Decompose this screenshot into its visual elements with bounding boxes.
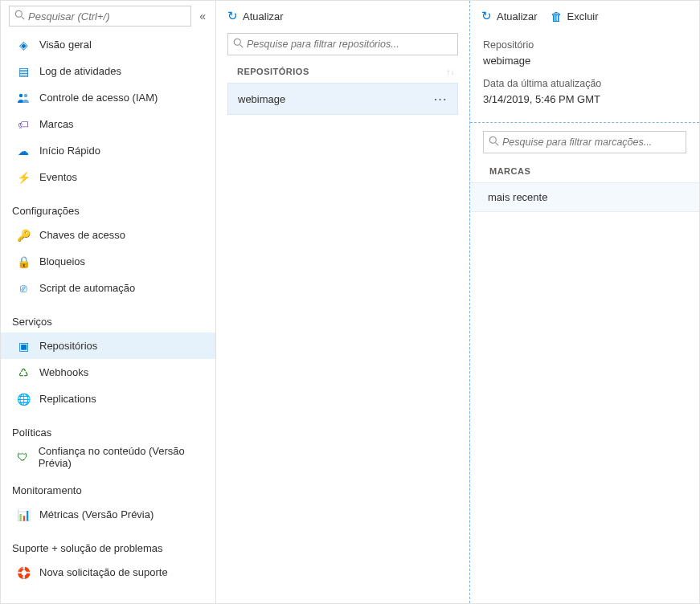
delete-icon: 🗑 (551, 10, 563, 23)
repository-name: webimage (238, 93, 285, 105)
svg-point-3 (24, 93, 27, 96)
nav-label: Confiança no conteúdo (Versão Prévia) (39, 445, 206, 469)
nav-new-support-request[interactable]: 🛟 Nova solicitação de suporte (1, 559, 215, 586)
sidebar-search-box[interactable] (9, 6, 191, 27)
repositories-list-header[interactable]: REPOSITÓRIOS ↑↓ (216, 62, 469, 83)
sort-icon[interactable]: ↑↓ (446, 67, 455, 76)
sidebar-nav-monitoring: 📊 Métricas (Versão Prévia) (1, 501, 215, 528)
detail-toolbar: ↻ Atualizar 🗑 Excluir (470, 2, 699, 33)
sidebar-nav-policies: 🛡 Confiança no conteúdo (Versão Prévia) (1, 443, 215, 470)
svg-point-6 (489, 137, 496, 143)
detail-refresh-button[interactable]: ↻ Atualizar (481, 9, 538, 23)
repository-meta: Repositório webimage Data da última atua… (470, 33, 699, 119)
section-title-policies: Políticas (1, 412, 215, 443)
nav-label: Marcas (39, 118, 74, 130)
meta-updated-value: 3/14/2019, 5:46 PM GMT (483, 92, 686, 108)
quickstart-icon: ☁ (17, 145, 30, 157)
nav-label: Log de atividades (39, 65, 121, 77)
repositories-search-box[interactable] (227, 33, 458, 55)
nav-label: Visão geral (39, 39, 92, 51)
nav-label: Eventos (39, 171, 77, 183)
divider (470, 122, 699, 123)
collapse-sidebar-button[interactable]: « (196, 8, 209, 24)
more-actions-button[interactable]: ··· (434, 93, 448, 105)
tags-icon: 🏷 (17, 118, 30, 131)
repositories-toolbar: ↻ Atualizar (216, 2, 469, 33)
nav-repositories[interactable]: ▣ Repositórios (1, 333, 215, 359)
nav-content-trust[interactable]: 🛡 Confiança no conteúdo (Versão Prévia) (1, 443, 215, 470)
refresh-label: Atualizar (243, 10, 284, 22)
meta-repo-value: webimage (483, 53, 686, 69)
search-icon (14, 10, 25, 22)
sidebar-search-row: « (1, 6, 215, 31)
meta-repo-label: Repositório (483, 38, 686, 53)
sidebar-search-input[interactable] (28, 10, 186, 22)
events-icon: ⚡ (17, 171, 30, 184)
nav-webhooks[interactable]: ♺ Webhooks (1, 359, 215, 386)
keys-icon: 🔑 (17, 229, 30, 242)
nav-label: Controle de acesso (IAM) (39, 92, 158, 104)
meta-updated-label: Data da última atualização (483, 76, 686, 92)
activity-log-icon: ▤ (17, 65, 30, 78)
access-control-icon (17, 92, 30, 104)
tags-search-box[interactable] (483, 131, 686, 153)
nav-metrics[interactable]: 📊 Métricas (Versão Prévia) (1, 501, 215, 528)
nav-label: Webhooks (39, 366, 88, 378)
refresh-label: Atualizar (497, 10, 538, 22)
support-icon: 🛟 (17, 566, 30, 579)
nav-label: Repositórios (39, 340, 97, 352)
sidebar: « ◈ Visão geral ▤ Log de atividades Cont… (1, 1, 216, 603)
section-title-support: Suporte + solução de problemas (1, 528, 215, 559)
webhooks-icon: ♺ (17, 366, 30, 379)
repositories-header-label: REPOSITÓRIOS (237, 67, 309, 76)
refresh-button[interactable]: ↻ Atualizar (227, 9, 284, 23)
nav-access-keys[interactable]: 🔑 Chaves de acesso (1, 222, 215, 248)
metrics-icon: 📊 (17, 508, 30, 521)
replications-icon: 🌐 (17, 393, 30, 406)
svg-point-0 (15, 10, 22, 17)
repositories-panel: ↻ Atualizar REPOSITÓRIOS ↑↓ webimage ··· (216, 1, 470, 603)
repository-detail-panel: ↻ Atualizar 🗑 Excluir Repositório webima… (469, 1, 699, 603)
sidebar-nav-support: 🛟 Nova solicitação de suporte (1, 559, 215, 586)
repositories-icon: ▣ (17, 340, 30, 353)
detail-delete-button[interactable]: 🗑 Excluir (551, 10, 599, 23)
nav-automation-script[interactable]: ⎚ Script de automação (1, 275, 215, 301)
repositories-search-input[interactable] (247, 39, 452, 50)
sidebar-nav-settings: 🔑 Chaves de acesso 🔒 Bloqueios ⎚ Script … (1, 222, 215, 301)
nav-overview[interactable]: ◈ Visão geral (1, 31, 215, 58)
section-title-settings: Configurações (1, 190, 215, 222)
sidebar-nav-top: ◈ Visão geral ▤ Log de atividades Contro… (1, 31, 215, 190)
nav-access-control[interactable]: Controle de acesso (IAM) (1, 84, 215, 111)
nav-activity-log[interactable]: ▤ Log de atividades (1, 58, 215, 84)
refresh-icon: ↻ (481, 9, 492, 23)
nav-events[interactable]: ⚡ Eventos (1, 164, 215, 190)
nav-locks[interactable]: 🔒 Bloqueios (1, 248, 215, 275)
svg-point-4 (234, 39, 240, 45)
automation-icon: ⎚ (17, 282, 30, 295)
section-title-services: Serviços (1, 301, 215, 333)
repository-row[interactable]: webimage ··· (227, 83, 458, 115)
tags-header: MARCAS (470, 158, 699, 182)
search-icon (233, 38, 244, 51)
lock-icon: 🔒 (17, 255, 30, 268)
content-trust-icon: 🛡 (17, 451, 29, 463)
tag-name: mais recente (488, 191, 547, 203)
nav-label: Nova solicitação de suporte (39, 566, 168, 578)
tag-row[interactable]: mais recente (470, 182, 699, 212)
section-title-monitoring: Monitoramento (1, 470, 215, 501)
delete-label: Excluir (567, 10, 599, 22)
nav-label: Chaves de acesso (39, 229, 125, 241)
overview-icon: ◈ (17, 39, 30, 51)
nav-label: Bloqueios (39, 255, 85, 267)
svg-line-7 (496, 142, 499, 145)
svg-line-1 (22, 17, 25, 20)
nav-tags[interactable]: 🏷 Marcas (1, 111, 215, 137)
svg-point-2 (19, 93, 23, 96)
nav-label: Replications (39, 393, 96, 405)
nav-label: Início Rápido (39, 145, 100, 157)
refresh-icon: ↻ (227, 9, 238, 23)
nav-label: Script de automação (39, 282, 135, 294)
nav-quickstart[interactable]: ☁ Início Rápido (1, 137, 215, 164)
nav-replications[interactable]: 🌐 Replications (1, 386, 215, 412)
tags-search-input[interactable] (502, 137, 681, 148)
